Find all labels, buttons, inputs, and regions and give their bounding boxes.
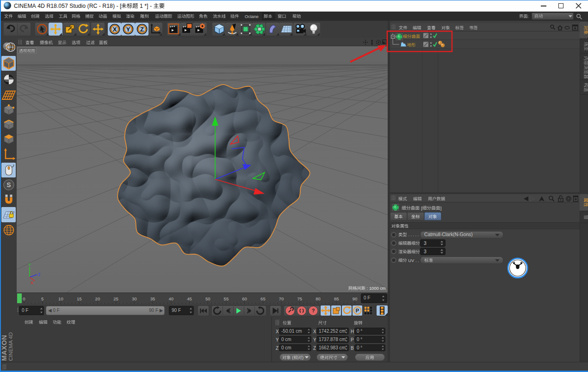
- svg-text:X: X: [313, 329, 316, 334]
- svg-text:Z: Z: [313, 346, 316, 351]
- svg-text:B: B: [351, 346, 354, 351]
- svg-text:Y: Y: [126, 26, 130, 33]
- svg-text:X: X: [113, 26, 117, 33]
- svg-text:P: P: [356, 308, 359, 313]
- svg-text:Y: Y: [313, 337, 316, 342]
- svg-text:S: S: [6, 181, 11, 189]
- svg-text:X: X: [276, 329, 279, 334]
- svg-text:Z: Z: [38, 272, 41, 277]
- svg-text:H: H: [351, 329, 354, 334]
- svg-text:Z: Z: [276, 346, 279, 351]
- svg-text:P: P: [351, 337, 354, 342]
- svg-text:Y: Y: [276, 337, 279, 342]
- svg-text:Z: Z: [140, 26, 144, 33]
- svg-text:?: ?: [312, 308, 315, 313]
- svg-text:Y: Y: [28, 262, 31, 267]
- svg-text:X: X: [31, 281, 33, 285]
